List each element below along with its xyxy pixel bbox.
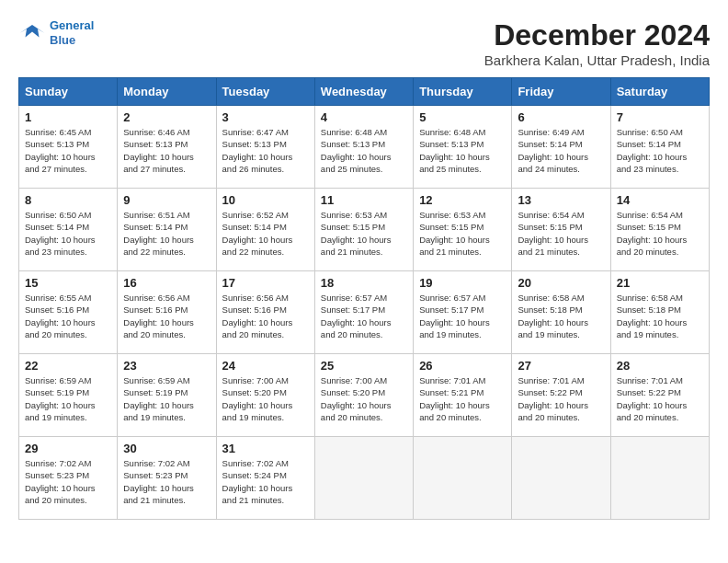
day-content: Sunrise: 6:55 AMSunset: 5:16 PMDaylight:… — [25, 292, 111, 340]
calendar-cell — [610, 437, 709, 520]
calendar-cell: 10Sunrise: 6:52 AMSunset: 5:14 PMDayligh… — [216, 189, 314, 271]
title-area: December 2024 Barkhera Kalan, Uttar Prad… — [484, 18, 710, 68]
calendar-cell: 2Sunrise: 6:46 AMSunset: 5:13 PMDaylight… — [118, 106, 216, 189]
day-content: Sunrise: 6:50 AMSunset: 5:14 PMDaylight:… — [25, 209, 111, 258]
day-number: 14 — [617, 193, 703, 207]
calendar-cell: 14Sunrise: 6:54 AMSunset: 5:15 PMDayligh… — [610, 189, 709, 271]
header-friday: Friday — [512, 78, 610, 106]
day-content: Sunrise: 6:50 AMSunset: 5:14 PMDaylight:… — [617, 126, 703, 175]
calendar-cell: 26Sunrise: 7:01 AMSunset: 5:21 PMDayligh… — [414, 354, 512, 437]
day-number: 3 — [222, 110, 309, 124]
logo: General Blue — [18, 18, 94, 47]
day-content: Sunrise: 6:57 AMSunset: 5:17 PMDaylight:… — [321, 292, 407, 340]
day-content: Sunrise: 6:59 AMSunset: 5:19 PMDaylight:… — [25, 374, 111, 423]
day-number: 13 — [518, 193, 604, 207]
calendar-title: December 2024 — [484, 18, 710, 52]
day-number: 6 — [518, 110, 604, 124]
svg-marker-0 — [20, 25, 45, 38]
week-row-1: 8Sunrise: 6:50 AMSunset: 5:14 PMDaylight… — [19, 189, 710, 271]
calendar-cell: 1Sunrise: 6:45 AMSunset: 5:13 PMDaylight… — [19, 106, 118, 189]
day-content: Sunrise: 6:47 AMSunset: 5:13 PMDaylight:… — [222, 126, 309, 175]
calendar-cell: 31Sunrise: 7:02 AMSunset: 5:24 PMDayligh… — [216, 437, 314, 520]
calendar-cell — [414, 437, 512, 520]
day-number: 1 — [25, 110, 111, 124]
day-content: Sunrise: 6:46 AMSunset: 5:13 PMDaylight:… — [123, 126, 210, 175]
day-content: Sunrise: 7:01 AMSunset: 5:22 PMDaylight:… — [518, 374, 604, 423]
day-content: Sunrise: 7:02 AMSunset: 5:24 PMDaylight:… — [222, 457, 309, 506]
day-content: Sunrise: 7:01 AMSunset: 5:21 PMDaylight:… — [419, 374, 506, 423]
day-number: 18 — [321, 276, 407, 290]
day-number: 24 — [222, 359, 309, 373]
calendar-cell: 17Sunrise: 6:56 AMSunset: 5:16 PMDayligh… — [216, 271, 314, 354]
calendar-cell: 12Sunrise: 6:53 AMSunset: 5:15 PMDayligh… — [414, 189, 512, 271]
calendar-cell: 23Sunrise: 6:59 AMSunset: 5:19 PMDayligh… — [118, 354, 216, 437]
day-number: 5 — [419, 110, 506, 124]
day-content: Sunrise: 6:51 AMSunset: 5:14 PMDaylight:… — [123, 209, 210, 258]
calendar-cell: 11Sunrise: 6:53 AMSunset: 5:15 PMDayligh… — [314, 189, 413, 271]
day-number: 11 — [321, 193, 407, 207]
calendar-cell: 8Sunrise: 6:50 AMSunset: 5:14 PMDaylight… — [19, 189, 118, 271]
day-number: 23 — [123, 359, 210, 373]
day-content: Sunrise: 6:53 AMSunset: 5:15 PMDaylight:… — [321, 209, 407, 258]
calendar-cell: 6Sunrise: 6:49 AMSunset: 5:14 PMDaylight… — [512, 106, 610, 189]
week-row-4: 29Sunrise: 7:02 AMSunset: 5:23 PMDayligh… — [19, 437, 710, 520]
logo-line1: General — [50, 18, 94, 32]
calendar-header-row: SundayMondayTuesdayWednesdayThursdayFrid… — [19, 78, 710, 106]
day-number: 19 — [419, 276, 506, 290]
day-number: 12 — [419, 193, 506, 207]
header-tuesday: Tuesday — [216, 78, 314, 106]
calendar-cell — [512, 437, 610, 520]
header-wednesday: Wednesday — [314, 78, 413, 106]
week-row-0: 1Sunrise: 6:45 AMSunset: 5:13 PMDaylight… — [19, 106, 710, 189]
day-number: 9 — [123, 193, 210, 207]
day-number: 26 — [419, 359, 506, 373]
header: General Blue December 2024 Barkhera Kala… — [18, 18, 710, 68]
day-number: 2 — [123, 110, 210, 124]
day-content: Sunrise: 6:56 AMSunset: 5:16 PMDaylight:… — [123, 292, 210, 340]
logo-line2: Blue — [50, 33, 75, 47]
calendar-cell: 18Sunrise: 6:57 AMSunset: 5:17 PMDayligh… — [314, 271, 413, 354]
calendar-cell: 13Sunrise: 6:54 AMSunset: 5:15 PMDayligh… — [512, 189, 610, 271]
day-number: 30 — [123, 442, 210, 455]
day-content: Sunrise: 7:02 AMSunset: 5:23 PMDaylight:… — [25, 457, 111, 506]
header-monday: Monday — [118, 78, 216, 106]
calendar-cell: 27Sunrise: 7:01 AMSunset: 5:22 PMDayligh… — [512, 354, 610, 437]
calendar-cell: 19Sunrise: 6:57 AMSunset: 5:17 PMDayligh… — [414, 271, 512, 354]
day-number: 8 — [25, 193, 111, 207]
calendar-cell: 16Sunrise: 6:56 AMSunset: 5:16 PMDayligh… — [118, 271, 216, 354]
calendar-cell: 29Sunrise: 7:02 AMSunset: 5:23 PMDayligh… — [19, 437, 118, 520]
day-content: Sunrise: 6:56 AMSunset: 5:16 PMDaylight:… — [222, 292, 309, 340]
calendar-cell: 28Sunrise: 7:01 AMSunset: 5:22 PMDayligh… — [610, 354, 709, 437]
day-content: Sunrise: 6:52 AMSunset: 5:14 PMDaylight:… — [222, 209, 309, 258]
day-content: Sunrise: 6:48 AMSunset: 5:13 PMDaylight:… — [321, 126, 407, 175]
day-number: 7 — [617, 110, 703, 124]
calendar-cell — [314, 437, 413, 520]
week-row-3: 22Sunrise: 6:59 AMSunset: 5:19 PMDayligh… — [19, 354, 710, 437]
day-content: Sunrise: 7:01 AMSunset: 5:22 PMDaylight:… — [617, 374, 703, 423]
day-number: 20 — [518, 276, 604, 290]
calendar-cell: 20Sunrise: 6:58 AMSunset: 5:18 PMDayligh… — [512, 271, 610, 354]
day-number: 29 — [25, 442, 111, 455]
week-row-2: 15Sunrise: 6:55 AMSunset: 5:16 PMDayligh… — [19, 271, 710, 354]
calendar-cell: 15Sunrise: 6:55 AMSunset: 5:16 PMDayligh… — [19, 271, 118, 354]
day-content: Sunrise: 6:45 AMSunset: 5:13 PMDaylight:… — [25, 126, 111, 175]
day-content: Sunrise: 6:57 AMSunset: 5:17 PMDaylight:… — [419, 292, 506, 340]
day-content: Sunrise: 6:59 AMSunset: 5:19 PMDaylight:… — [123, 374, 210, 423]
day-number: 10 — [222, 193, 309, 207]
day-number: 27 — [518, 359, 604, 373]
day-content: Sunrise: 6:48 AMSunset: 5:13 PMDaylight:… — [419, 126, 506, 175]
day-content: Sunrise: 6:49 AMSunset: 5:14 PMDaylight:… — [518, 126, 604, 175]
day-number: 25 — [321, 359, 407, 373]
header-sunday: Sunday — [19, 78, 118, 106]
calendar-subtitle: Barkhera Kalan, Uttar Pradesh, India — [484, 52, 710, 68]
day-number: 17 — [222, 276, 309, 290]
day-content: Sunrise: 7:00 AMSunset: 5:20 PMDaylight:… — [321, 374, 407, 423]
day-content: Sunrise: 6:54 AMSunset: 5:15 PMDaylight:… — [518, 209, 604, 258]
calendar-cell: 30Sunrise: 7:02 AMSunset: 5:23 PMDayligh… — [118, 437, 216, 520]
calendar-cell: 9Sunrise: 6:51 AMSunset: 5:14 PMDaylight… — [118, 189, 216, 271]
header-saturday: Saturday — [610, 78, 709, 106]
header-thursday: Thursday — [414, 78, 512, 106]
day-number: 21 — [617, 276, 703, 290]
day-content: Sunrise: 6:54 AMSunset: 5:15 PMDaylight:… — [617, 209, 703, 258]
calendar-cell: 25Sunrise: 7:00 AMSunset: 5:20 PMDayligh… — [314, 354, 413, 437]
